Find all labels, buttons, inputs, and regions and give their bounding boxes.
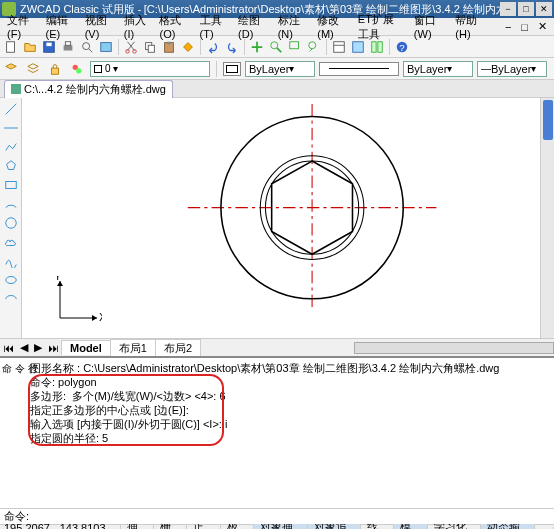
line-button[interactable] [2,100,20,118]
svg-rect-2 [46,42,51,46]
layout-tab-2[interactable]: 布局2 [155,339,201,357]
svg-line-6 [89,48,93,52]
svg-line-28 [5,104,16,115]
menu-tools[interactable]: 工具(T) [195,13,234,40]
properties-button[interactable] [330,38,348,56]
color-combo[interactable]: ByLayer ▾ [245,61,315,77]
work-area: X Y [0,98,554,338]
dwg-icon [11,84,21,94]
tool-palette-button[interactable] [368,38,386,56]
print-button[interactable] [59,38,77,56]
doc-minimize-button[interactable]: − [500,21,516,33]
close-button[interactable]: ✕ [536,2,552,16]
layout-tab-model[interactable]: Model [61,340,111,355]
redo-button[interactable] [223,38,241,56]
command-input[interactable]: 命令: [0,508,554,524]
lineweight-combo[interactable]: — ByLayer ▾ [477,61,547,77]
pan-button[interactable] [248,38,266,56]
zoom-prev-button[interactable] [305,38,323,56]
revcloud-button[interactable] [2,233,20,251]
tab-first-button[interactable]: ⏮ [0,342,17,354]
doc-restore-button[interactable]: □ [516,21,533,33]
svg-rect-20 [353,41,364,52]
rect-button[interactable] [2,176,20,194]
maximize-button[interactable]: □ [518,2,534,16]
svg-point-17 [309,41,316,48]
svg-point-27 [76,68,81,73]
svg-rect-16 [290,41,299,48]
document-tabs: C:\...4.2 绘制内六角螺栓.dwg [0,80,554,98]
color-swatch[interactable] [223,62,241,76]
svg-rect-22 [378,41,382,52]
layer-props-button[interactable] [2,60,20,78]
help-button[interactable]: ? [393,38,411,56]
menu-format[interactable]: 格式(O) [154,13,194,40]
menu-dim[interactable]: 标注(N) [273,13,313,40]
open-button[interactable] [21,38,39,56]
tab-next-button[interactable]: ▶ [31,341,45,354]
tab-last-button[interactable]: ⏭ [45,342,62,354]
menu-window[interactable]: 窗口(W) [409,13,451,40]
svg-line-15 [277,47,281,51]
svg-rect-3 [64,45,73,50]
linetype-swatch[interactable] [319,62,399,76]
svg-point-5 [83,42,90,49]
pline-button[interactable] [2,138,20,156]
circle-button[interactable] [2,214,20,232]
zoom-window-button[interactable] [286,38,304,56]
menu-bar: 文件(F) 编辑(E) 视图(V) 插入(I) 格式(O) 工具(T) 绘图(D… [0,18,554,36]
copy-button[interactable] [141,38,159,56]
svg-rect-13 [167,41,171,44]
menu-help[interactable]: 帮助(H) [450,13,490,40]
preview-button[interactable] [78,38,96,56]
properties-toolbar: 0 ▾ ByLayer ▾ ByLayer ▾ — ByLayer ▾ [0,58,554,80]
doc-close-button[interactable]: ✕ [533,20,552,33]
design-center-button[interactable] [349,38,367,56]
svg-rect-30 [5,182,16,189]
doc-tab-active[interactable]: C:\...4.2 绘制内六角螺栓.dwg [4,80,173,98]
layer-combo[interactable]: 0 ▾ [90,61,210,77]
status-bar: 195.2067, -143.8103, 0 捕捉 栅格 正交 极轴 对象捕捉 … [0,524,554,529]
menu-modify[interactable]: 修改(M) [312,13,353,40]
paste-button[interactable] [160,38,178,56]
command-history: 图形名称 : C:\Users\Administrator\Desktop\素材… [30,361,548,445]
zoom-button[interactable] [267,38,285,56]
drawing-canvas[interactable]: X Y [22,98,540,338]
layer-filter-button[interactable] [68,60,86,78]
new-button[interactable] [2,38,20,56]
menu-view[interactable]: 视图(V) [80,13,119,40]
svg-point-14 [271,41,278,48]
ellipse-arc-button[interactable] [2,290,20,308]
scrollbar-horizontal[interactable] [354,342,554,354]
xline-button[interactable] [2,119,20,137]
match-button[interactable] [179,38,197,56]
publish-button[interactable] [97,38,115,56]
draw-toolbar [0,98,22,338]
menu-file[interactable]: 文件(F) [2,13,41,40]
layout-tab-1[interactable]: 布局1 [110,339,156,357]
layer-lock-button[interactable] [46,60,64,78]
spline-button[interactable] [2,252,20,270]
ellipse-button[interactable] [2,271,20,289]
cmd-side-label: 命 令 行 [2,362,38,376]
tab-prev-button[interactable]: ◀ [17,341,31,354]
menu-insert[interactable]: 插入(I) [119,13,155,40]
menu-edit[interactable]: 编辑(E) [41,13,80,40]
save-button[interactable] [40,38,58,56]
cut-button[interactable] [122,38,140,56]
svg-rect-7 [101,42,112,51]
svg-rect-25 [52,68,59,74]
polygon-button[interactable] [2,157,20,175]
svg-point-32 [5,277,16,284]
arc-button[interactable] [2,195,20,213]
minimize-button[interactable]: − [500,2,516,16]
svg-rect-4 [65,41,70,45]
svg-text:?: ? [399,41,404,52]
undo-button[interactable] [204,38,222,56]
scrollbar-vertical[interactable] [540,98,554,338]
menu-draw[interactable]: 绘图(D) [233,13,273,40]
svg-text:X: X [99,311,102,323]
layer-state-button[interactable] [24,60,42,78]
linetype-combo[interactable]: ByLayer ▾ [403,61,473,77]
command-window[interactable]: 命 令 行 图形名称 : C:\Users\Administrator\Desk… [0,356,554,524]
